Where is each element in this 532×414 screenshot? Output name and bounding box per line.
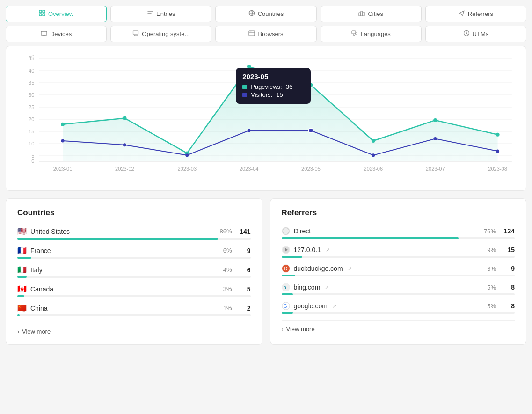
bar-bg <box>17 314 251 316</box>
svg-text:2023-06: 2023-06 <box>364 166 383 172</box>
vis-dot-1 <box>123 143 126 146</box>
bar-fill <box>282 256 303 258</box>
country-row: 🇨🇳 China 1% 2 <box>17 304 251 316</box>
svg-rect-2 <box>39 14 42 16</box>
referrers-card: Referrers Direct 76% 124 127.0.0.1↗ 9% 1… <box>270 198 527 345</box>
external-link-icon: ↗ <box>326 247 330 253</box>
external-link-icon: ↗ <box>325 284 329 291</box>
referrer-site-icon <box>282 227 290 235</box>
tab-os[interactable]: Operating syste... <box>110 26 211 42</box>
country-pct: 1% <box>223 305 232 312</box>
tab-devices-label: Devices <box>50 30 72 37</box>
svg-text:40: 40 <box>29 68 34 73</box>
svg-text:D: D <box>284 266 287 271</box>
bar-bg <box>282 256 515 258</box>
cities-icon <box>358 10 365 18</box>
svg-rect-7 <box>363 12 364 16</box>
bar-bg <box>17 295 251 297</box>
country-count: 2 <box>237 305 251 312</box>
svg-point-11 <box>250 31 250 32</box>
svg-rect-8 <box>41 31 47 35</box>
bar-fill <box>17 295 24 297</box>
country-pct: 3% <box>223 285 232 292</box>
countries-icon <box>248 10 255 18</box>
bar-fill <box>282 312 293 314</box>
referrer-pct: 6% <box>487 265 496 272</box>
referrer-count: 9 <box>501 265 515 272</box>
svg-text:30: 30 <box>29 92 34 98</box>
pageviews-area <box>63 67 498 161</box>
tab-referrers[interactable]: Referrers <box>425 6 526 22</box>
svg-text:5: 5 <box>31 153 34 159</box>
tab-overview[interactable]: Overview <box>6 6 107 22</box>
referrers-view-more[interactable]: › View more <box>282 320 515 333</box>
overview-icon <box>39 10 45 18</box>
svg-rect-1 <box>43 10 45 13</box>
svg-text:0: 0 <box>31 158 34 164</box>
referrers-icon <box>459 10 465 18</box>
svg-text:b: b <box>284 285 286 290</box>
chart-container: 2023-05 Pageviews: 36 Visitors: 15 <box>6 46 526 191</box>
pv-dot-4 <box>308 83 313 87</box>
country-count: 6 <box>237 266 251 274</box>
referrer-name: 127.0.0.1 <box>294 246 321 254</box>
svg-text:2023-04: 2023-04 <box>240 166 259 172</box>
countries-view-more[interactable]: › View more <box>17 323 251 335</box>
pv-dot-6 <box>433 118 437 122</box>
chart-svg: 0 5 10 15 20 25 30 35 40 45 50 <box>15 54 517 175</box>
referrer-name: Direct <box>294 227 311 235</box>
tabs-row-2: Devices Operating syste... Browsers Lang… <box>6 26 526 42</box>
country-row: 🇨🇦 Canada 3% 5 <box>17 284 251 297</box>
svg-text:25: 25 <box>29 104 34 110</box>
svg-rect-10 <box>249 31 255 36</box>
svg-text:20: 20 <box>29 116 34 122</box>
country-name: Canada <box>30 285 53 293</box>
tabs-row-1: Overview Entries Countries Cities Referr… <box>6 6 526 22</box>
vis-dot-7 <box>496 150 499 153</box>
referrer-count: 8 <box>501 302 515 310</box>
tab-devices[interactable]: Devices <box>6 26 107 42</box>
svg-rect-0 <box>39 10 42 13</box>
referrer-name: bing.com <box>294 283 321 291</box>
bar-bg <box>282 275 515 276</box>
utms-icon <box>463 30 470 38</box>
external-link-icon: ↗ <box>332 303 336 309</box>
referrers-title: Referrers <box>282 208 515 218</box>
tab-countries[interactable]: Countries <box>215 6 316 22</box>
country-name: Italy <box>30 266 43 274</box>
svg-text:G: G <box>284 304 287 309</box>
bar-bg <box>282 312 515 314</box>
tab-utms[interactable]: UTMs <box>425 26 526 42</box>
referrer-site-icon: b <box>282 283 290 291</box>
referrer-site-icon <box>282 246 290 254</box>
svg-text:2023-07: 2023-07 <box>426 166 445 172</box>
chart-area: 2023-05 Pageviews: 36 Visitors: 15 <box>15 54 517 185</box>
tab-utms-label: UTMs <box>473 30 489 37</box>
svg-text:15: 15 <box>29 129 34 134</box>
tab-languages[interactable]: Languages <box>321 26 422 42</box>
flag-icon: 🇨🇳 <box>17 304 27 312</box>
flag-icon: 🇺🇸 <box>17 227 27 236</box>
bar-fill <box>282 275 296 276</box>
pv-dot-1 <box>123 116 126 120</box>
tab-browsers-label: Browsers <box>258 30 283 37</box>
bar-fill <box>17 238 218 240</box>
vis-dot-3 <box>248 129 251 132</box>
referrer-count: 8 <box>501 283 515 291</box>
referrers-list: Direct 76% 124 127.0.0.1↗ 9% 15 <box>282 227 515 314</box>
tab-cities[interactable]: Cities <box>321 6 422 22</box>
country-name: China <box>30 305 48 312</box>
bar-fill <box>282 237 459 239</box>
entries-icon <box>147 10 153 18</box>
tab-entries[interactable]: Entries <box>110 6 211 22</box>
bar-bg <box>282 293 515 295</box>
referrer-row: 127.0.0.1↗ 9% 15 <box>282 246 515 258</box>
bar-bg <box>17 238 251 240</box>
tab-browsers[interactable]: Browsers <box>215 26 316 42</box>
vis-dot-4 <box>308 128 313 133</box>
tab-entries-label: Entries <box>156 10 175 17</box>
referrer-row: Direct 76% 124 <box>282 227 515 239</box>
referrer-row: G google.com↗ 5% 8 <box>282 302 515 314</box>
bar-fill <box>17 257 31 259</box>
referrer-site-icon: G <box>282 302 290 310</box>
